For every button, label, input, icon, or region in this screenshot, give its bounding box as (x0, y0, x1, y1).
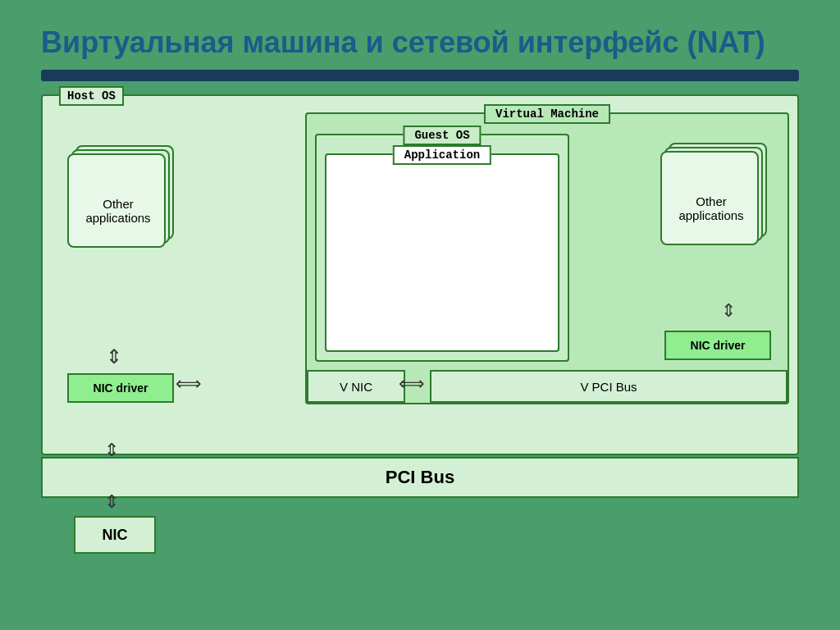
guest-os-label: Guest OS (403, 126, 481, 145)
left-apps-arrow: ⇕ (106, 340, 122, 373)
vnic-vpci-arrow: ⟺ (399, 373, 425, 395)
right-apps-label: Otherapplications (662, 161, 760, 255)
page-title: Виртуальная машина и сетевой интерфейс (… (41, 25, 799, 60)
guest-os-box: Guest OS Application (315, 134, 569, 362)
app-box: Application (325, 153, 559, 352)
host-os-label: Host OS (59, 86, 124, 106)
right-apps-arrow: ⇕ (721, 294, 736, 327)
host-os-box: Host OS Otherapplications ⇕ NIC driver ⟺ (41, 94, 799, 455)
right-other-apps: Otherapplications (660, 143, 775, 249)
slide: Виртуальная машина и сетевой интерфейс (… (0, 0, 840, 630)
v-pci-bus-box: V PCI Bus (430, 370, 788, 403)
nic-driver-right-box: NIC driver (664, 331, 771, 360)
nic-box: NIC (74, 516, 156, 554)
vm-box: Virtual Machine Guest OS Application Oth… (305, 112, 789, 404)
nic-driver-left-box: NIC driver (67, 373, 174, 403)
left-other-apps: Otherapplications (67, 145, 174, 252)
pci-to-nic-arrow: ⇕ (104, 491, 119, 513)
app-label: Application (393, 145, 491, 165)
vm-label: Virtual Machine (484, 104, 610, 124)
paper-front: Otherapplications (67, 153, 166, 248)
nic-driver-to-vnic-arrow: ⟺ (176, 373, 202, 395)
decorative-bar (41, 70, 799, 81)
diagram: Host OS Otherapplications ⇕ NIC driver ⟺ (41, 94, 799, 554)
paper-r-front: Otherapplications (660, 151, 759, 245)
title-area: Виртуальная машина и сетевой интерфейс (… (41, 25, 799, 81)
left-apps-label: Otherapplications (69, 163, 167, 258)
pci-bus-box: PCI Bus (41, 457, 799, 498)
v-nic-box: V NIC (307, 370, 405, 403)
